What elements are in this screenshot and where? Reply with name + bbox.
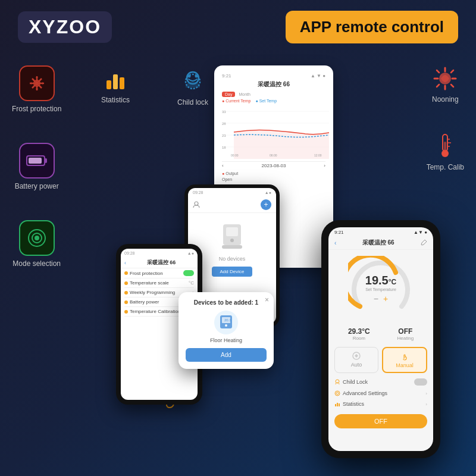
off-button[interactable]: OFF — [334, 414, 427, 428]
svg-text:28: 28 — [222, 122, 226, 126]
svg-rect-47 — [339, 403, 340, 406]
dialog-device-name: Floor Heating — [186, 337, 267, 343]
mid-phone-time: 09:28 — [193, 190, 203, 195]
advanced-settings-icon — [334, 390, 340, 396]
temp-dial: 19.5°C Set Temperature − + — [348, 256, 414, 321]
statistics-row[interactable]: Statistics › — [328, 399, 433, 409]
feature-stats-label: Statistics — [101, 96, 130, 104]
room-temp-value: 29.3°C — [348, 327, 370, 336]
main-app-title: 采暖温控 66 — [336, 239, 420, 247]
feature-child-lock: Child lock — [177, 68, 208, 107]
child-lock-toggle[interactable] — [414, 378, 427, 386]
auto-icon — [352, 351, 361, 361]
svg-text:20.1: 20.1 — [224, 318, 231, 322]
svg-text:18: 18 — [222, 146, 226, 149]
heating-status-value: OFF — [397, 327, 414, 336]
chart-tab-day[interactable]: Day — [222, 92, 235, 97]
tagline-box: APP remote control — [286, 11, 458, 43]
main-settings: Child Lock Advanced Settings › — [328, 376, 433, 409]
chart-status-bar: 9:21 — [222, 73, 231, 79]
no-devices-text: No devices — [219, 256, 246, 262]
logo-box: XYZOO — [18, 11, 112, 43]
manual-mode-button[interactable]: Manual — [382, 347, 427, 373]
feature-nooning-label: Nooning — [432, 95, 459, 104]
heating-label: Heating — [397, 336, 414, 341]
set-temp-label: Set Temperature — [365, 287, 396, 292]
auto-mode-button[interactable]: Auto — [334, 347, 378, 373]
settings-weekly-label: Weekly Programming — [130, 290, 175, 295]
settings-title: 采暖温控 66 — [129, 259, 194, 267]
feature-frost-label: Frost protection — [12, 105, 61, 113]
svg-rect-2 — [45, 158, 47, 163]
svg-rect-7 — [107, 80, 111, 89]
svg-text:06:00: 06:00 — [270, 154, 277, 157]
chart-date: 2023-08-03 — [262, 163, 286, 168]
statistics-label: Statistics — [343, 401, 364, 407]
chart-title: 采暖温控 66 — [222, 80, 325, 89]
user-icon — [193, 201, 200, 208]
auto-mode-label: Auto — [351, 362, 362, 368]
dialog-title: Devices to be added: 1 — [186, 299, 267, 306]
room-temp-col: 29.3°C Room — [348, 327, 370, 341]
advanced-settings-row[interactable]: Advanced Settings › — [328, 388, 433, 399]
advanced-settings-label: Advanced Settings — [343, 390, 387, 396]
chart-tab-month[interactable]: Month — [239, 92, 250, 96]
svg-rect-45 — [335, 404, 336, 406]
output-value: Open — [222, 177, 325, 181]
temperature-chart: 33 28 23 18 00:00 06:00 12:00 — [222, 105, 329, 159]
svg-rect-46 — [337, 403, 338, 406]
svg-point-44 — [336, 392, 339, 394]
temp-increase-button[interactable]: + — [383, 294, 388, 303]
settings-calib-label: Temperature Calibration — [130, 309, 180, 314]
svg-point-43 — [335, 391, 340, 396]
svg-rect-16 — [444, 142, 446, 151]
add-device-dialog: × Devices to be added: 1 20.1 Floor Heat… — [178, 292, 274, 369]
settings-temp-scale: Temperature scale °C — [124, 278, 194, 288]
chart-legend-current: Current Temp — [226, 99, 250, 103]
feature-temp-calib-label: Temp. Calib — [427, 163, 464, 171]
temp-dial-container: 19.5°C Set Temperature − + — [328, 250, 433, 324]
manual-icon — [400, 352, 409, 361]
settings-frost: Frost protection — [124, 268, 194, 278]
dialog-device-icon: 20.1 — [214, 311, 238, 334]
feature-statistics: Statistics — [101, 68, 130, 107]
heating-status-col: OFF Heating — [397, 327, 414, 341]
feature-frost: Frost protection — [12, 65, 61, 113]
add-device-icon[interactable]: + — [261, 199, 271, 210]
settings-battery-label: Battery power — [130, 299, 159, 305]
svg-rect-3 — [29, 158, 42, 164]
edit-icon[interactable] — [420, 239, 427, 246]
phone-main: 9:21 ▲▼ ● ‹ 采暖温控 66 — [321, 220, 440, 458]
features-top-middle: Statistics Child lock — [101, 68, 208, 107]
temp-scale-value: °C — [189, 280, 194, 286]
svg-point-6 — [35, 236, 39, 240]
svg-rect-34 — [226, 227, 238, 236]
tagline-text: APP remote control — [300, 18, 444, 36]
no-device-illustration — [217, 221, 247, 251]
logo-text: XYZOO — [29, 16, 101, 38]
child-lock-label: Child Lock — [343, 379, 368, 385]
svg-rect-8 — [113, 74, 118, 89]
temp-decrease-button[interactable]: − — [374, 294, 378, 303]
svg-text:00:00: 00:00 — [231, 154, 239, 157]
main-phone-time: 9:21 — [334, 230, 344, 235]
main-temp-value: 19.5°C — [365, 274, 396, 287]
features-right: Nooning Temp. Calib — [427, 65, 464, 171]
main-container: XYZOO APP remote control Frost protectio… — [0, 0, 476, 476]
output-label: Output — [226, 171, 238, 176]
add-device-button[interactable]: Add Device — [212, 267, 253, 277]
dialog-add-button[interactable]: Add — [186, 348, 267, 362]
frost-toggle[interactable] — [183, 270, 194, 276]
feature-child-lock-label: Child lock — [177, 98, 208, 107]
feature-mode: Mode selection — [12, 220, 61, 268]
room-heat-row: 29.3°C Room OFF Heating — [328, 324, 433, 344]
dialog-close-button[interactable]: × — [265, 296, 269, 304]
feature-mode-label: Mode selection — [12, 259, 61, 268]
manual-mode-label: Manual — [396, 362, 414, 368]
chart-legend-set: Set Temp — [259, 99, 277, 103]
features-left: Frost protection Battery power — [12, 65, 61, 268]
feature-temp-calib: Temp. Calib — [427, 133, 464, 171]
feature-nooning: Nooning — [427, 65, 464, 104]
svg-rect-36 — [222, 245, 242, 249]
svg-point-35 — [230, 239, 234, 242]
